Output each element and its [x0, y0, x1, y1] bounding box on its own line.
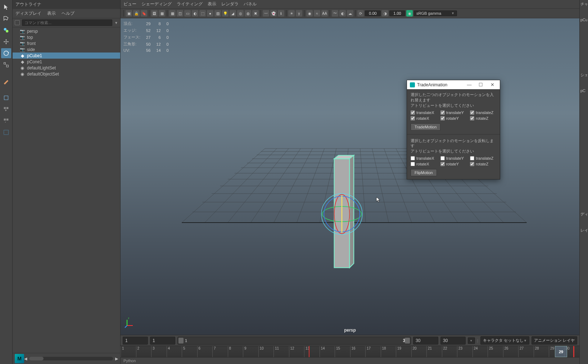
outliner-menu-display[interactable]: ディスプレイ: [15, 10, 41, 17]
use-lights-icon[interactable]: 💡: [222, 10, 229, 17]
frame-tick[interactable]: 18: [381, 346, 396, 357]
gamma-reset-icon[interactable]: ◑: [382, 10, 388, 17]
playhead[interactable]: [309, 346, 309, 357]
display-layer-tab[interactable]: ディ: [580, 211, 587, 217]
frame-tick[interactable]: 8: [228, 346, 243, 357]
viewport[interactable]: 頂点:2980 エッジ:52120 フェース:2760 三角形:50120 UV…: [121, 18, 579, 335]
highlight-select-icon[interactable]: [1, 127, 11, 137]
frame-tick[interactable]: 6: [197, 346, 213, 357]
hud-toggle-icon[interactable]: ℹ: [278, 10, 284, 17]
isolate-icon[interactable]: ◎: [237, 10, 244, 17]
viewport-menu-shading[interactable]: シェーディング: [141, 1, 172, 7]
paint-select-tool-icon[interactable]: [1, 25, 11, 35]
depth-of-field-icon[interactable]: ◉: [306, 10, 313, 17]
select-tool-icon[interactable]: [1, 2, 11, 12]
xray-icon[interactable]: ◍: [245, 10, 251, 17]
viewport-menu-show[interactable]: 表示: [208, 1, 216, 7]
outliner-item-pcone1[interactable]: ◆pCone1: [13, 59, 120, 65]
frame-tick[interactable]: 12: [289, 346, 304, 357]
move-tool-icon[interactable]: [1, 37, 11, 47]
shaded-icon[interactable]: ●: [207, 10, 213, 17]
frame-tick[interactable]: 15: [335, 346, 350, 357]
frame-tick[interactable]: 26: [503, 346, 519, 357]
frame-tick[interactable]: 20: [411, 346, 427, 357]
flip-motion-button[interactable]: FlipMotion: [411, 169, 437, 176]
anti-alias-icon[interactable]: AA: [321, 10, 328, 17]
flip-rotatez-checkbox[interactable]: rotateZ: [470, 162, 496, 166]
trade-motion-button[interactable]: TradeMotion: [411, 123, 440, 131]
motion-blur-icon[interactable]: ≈: [314, 10, 320, 17]
search-scope-icon[interactable]: [15, 20, 20, 25]
ghost-icon[interactable]: 👻: [270, 10, 277, 17]
exposure-value-input[interactable]: [365, 10, 381, 16]
frame-ruler[interactable]: 1234567891011121314151617181920212223242…: [121, 346, 579, 357]
viewport-menu-lighting[interactable]: ライティング: [177, 1, 203, 7]
xray-joints-icon[interactable]: ✖: [252, 10, 259, 17]
frame-tick[interactable]: 10: [258, 346, 274, 357]
frame-tick[interactable]: 9: [243, 346, 258, 357]
frame-tick[interactable]: 21: [426, 346, 442, 357]
character-set-select[interactable]: キャラクタ セットなし▼: [480, 336, 529, 345]
motion-trail-icon[interactable]: 〰: [263, 10, 269, 17]
film-gate-icon[interactable]: ▦: [159, 10, 165, 17]
outliner-menu-show[interactable]: 表示: [47, 10, 56, 17]
trade-rotatey-checkbox[interactable]: rotateY: [440, 116, 467, 120]
frame-tick[interactable]: 25: [488, 346, 503, 357]
frame-tick[interactable]: 28: [534, 346, 549, 357]
viewport-menu-renderer[interactable]: レンダラ: [221, 1, 239, 7]
current-frame-indicator[interactable]: 29: [555, 346, 567, 357]
frame-tick[interactable]: 4: [167, 346, 182, 357]
flip-translatez-checkbox[interactable]: translateZ: [470, 156, 496, 160]
snap-toggle-icon[interactable]: [1, 93, 11, 103]
trade-translatez-checkbox[interactable]: translateZ: [470, 110, 496, 115]
frame-tick[interactable]: 11: [273, 346, 289, 357]
viewport-menu-view[interactable]: ビュー: [123, 1, 136, 7]
play-end-input[interactable]: [413, 337, 438, 345]
command-line[interactable]: Python: [121, 357, 579, 364]
colorspace-select[interactable]: sRGB gamma▼: [414, 10, 457, 16]
trade-translatex-checkbox[interactable]: translateX: [411, 110, 437, 115]
rotate-tool-icon[interactable]: [1, 48, 11, 58]
wireframe-shaded-icon[interactable]: ◐: [192, 10, 198, 17]
outliner-item-defaultlightset[interactable]: ◉defaultLightSet: [13, 65, 120, 71]
close-button[interactable]: ✕: [488, 82, 497, 87]
grid-minus-icon[interactable]: -: [1, 116, 11, 126]
scale-tool-icon[interactable]: [1, 60, 11, 70]
scroll-left-icon[interactable]: ◀: [24, 356, 27, 361]
image-plane-icon[interactable]: 🖼: [151, 10, 158, 17]
range-slider-track[interactable]: 1 30: [177, 337, 411, 345]
frame-tick[interactable]: 24: [472, 346, 488, 357]
anim-layer-select[interactable]: アニメーション レイヤ: [532, 336, 577, 345]
outliner-item-pcube1[interactable]: ◆pCube1: [13, 53, 120, 59]
frame-tick[interactable]: 27: [518, 346, 534, 357]
gate-mask-icon[interactable]: ▭: [184, 10, 191, 17]
outliner-search-input[interactable]: [22, 19, 112, 26]
shadows-icon[interactable]: ◢: [230, 10, 236, 17]
grid-plus-icon[interactable]: +: [1, 104, 11, 114]
flip-translatex-checkbox[interactable]: translateX: [411, 156, 437, 160]
select-camera-icon[interactable]: ▣: [126, 10, 132, 17]
trade-translatey-checkbox[interactable]: translateY: [440, 110, 467, 115]
play-start-input[interactable]: [150, 337, 175, 345]
bookmark-icon[interactable]: 🔖: [141, 10, 147, 17]
frame-tick[interactable]: 19: [396, 346, 411, 357]
frame-tick[interactable]: 7: [212, 346, 228, 357]
outliner-item-persp[interactable]: 📷persp: [13, 28, 120, 34]
trade-rotatez-checkbox[interactable]: rotateZ: [470, 116, 496, 120]
outliner-menu-help[interactable]: ヘルプ: [62, 10, 74, 17]
outliner-search-caret-icon[interactable]: ▼: [114, 21, 118, 25]
channel-box-tab[interactable]: チャ: [580, 1, 587, 7]
lasso-tool-icon[interactable]: [1, 14, 11, 24]
ssao-icon[interactable]: ◐: [339, 10, 346, 17]
frame-tick[interactable]: 13: [304, 346, 320, 357]
outliner-item-side[interactable]: 📷side: [13, 46, 120, 53]
frame-tick[interactable]: 23: [457, 346, 472, 357]
range-end-input[interactable]: [440, 337, 466, 345]
frame-tick[interactable]: 1: [121, 346, 136, 357]
flip-rotatex-checkbox[interactable]: rotateX: [411, 162, 437, 166]
minimize-button[interactable]: —: [465, 82, 474, 87]
frame-tick[interactable]: 22: [442, 346, 457, 357]
scroll-right-icon[interactable]: ▶: [115, 356, 118, 361]
resolution-gate-icon[interactable]: ◫: [177, 10, 183, 17]
flip-translatey-checkbox[interactable]: translateY: [440, 156, 467, 160]
